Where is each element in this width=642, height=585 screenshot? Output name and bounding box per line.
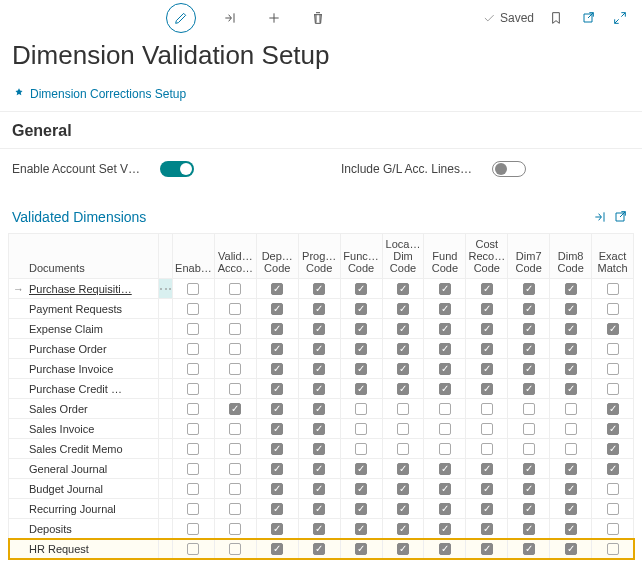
checkbox-cell[interactable] xyxy=(298,519,340,539)
checkbox-cell[interactable] xyxy=(173,359,215,379)
checkbox[interactable] xyxy=(397,343,409,355)
document-cell[interactable]: Budget Journal xyxy=(9,479,159,499)
checkbox[interactable] xyxy=(481,303,493,315)
edit-icon[interactable] xyxy=(166,3,196,33)
checkbox[interactable] xyxy=(313,403,325,415)
checkbox-cell[interactable] xyxy=(424,419,466,439)
checkbox-cell[interactable] xyxy=(592,379,634,399)
checkbox-cell[interactable] xyxy=(256,319,298,339)
checkbox-cell[interactable] xyxy=(298,299,340,319)
table-row[interactable]: Deposits xyxy=(9,519,634,539)
checkbox-cell[interactable] xyxy=(550,339,592,359)
checkbox-cell[interactable] xyxy=(382,459,424,479)
checkbox[interactable] xyxy=(355,503,367,515)
document-cell[interactable]: General Journal xyxy=(9,459,159,479)
checkbox[interactable] xyxy=(313,303,325,315)
checkbox-cell[interactable] xyxy=(592,399,634,419)
enable-account-toggle[interactable] xyxy=(160,161,194,177)
checkbox[interactable] xyxy=(187,443,199,455)
table-row[interactable]: HR Request xyxy=(9,539,634,559)
checkbox-cell[interactable] xyxy=(508,319,550,339)
checkbox-cell[interactable] xyxy=(508,399,550,419)
checkbox[interactable] xyxy=(229,383,241,395)
checkbox-cell[interactable] xyxy=(424,299,466,319)
checkbox-cell[interactable] xyxy=(592,479,634,499)
checkbox[interactable] xyxy=(397,463,409,475)
checkbox[interactable] xyxy=(523,283,535,295)
checkbox[interactable] xyxy=(439,283,451,295)
checkbox[interactable] xyxy=(523,323,535,335)
checkbox-cell[interactable] xyxy=(550,499,592,519)
checkbox-cell[interactable] xyxy=(592,319,634,339)
checkbox-cell[interactable] xyxy=(298,359,340,379)
row-menu[interactable] xyxy=(159,539,173,559)
checkbox-cell[interactable] xyxy=(424,439,466,459)
checkbox-cell[interactable] xyxy=(298,499,340,519)
checkbox[interactable] xyxy=(607,543,619,555)
checkbox[interactable] xyxy=(313,283,325,295)
checkbox-cell[interactable] xyxy=(592,519,634,539)
checkbox-cell[interactable] xyxy=(256,539,298,559)
checkbox[interactable] xyxy=(229,323,241,335)
checkbox-cell[interactable] xyxy=(592,499,634,519)
checkbox-cell[interactable] xyxy=(466,319,508,339)
checkbox[interactable] xyxy=(397,523,409,535)
checkbox-cell[interactable] xyxy=(550,319,592,339)
row-menu[interactable] xyxy=(159,459,173,479)
checkbox-cell[interactable] xyxy=(173,299,215,319)
checkbox[interactable] xyxy=(271,543,283,555)
checkbox[interactable] xyxy=(187,343,199,355)
checkbox[interactable] xyxy=(439,443,451,455)
checkbox-cell[interactable] xyxy=(173,459,215,479)
checkbox-cell[interactable] xyxy=(256,299,298,319)
document-cell[interactable]: Purchase Invoice xyxy=(9,359,159,379)
checkbox[interactable] xyxy=(271,363,283,375)
checkbox-cell[interactable] xyxy=(424,399,466,419)
checkbox[interactable] xyxy=(523,463,535,475)
checkbox[interactable] xyxy=(523,483,535,495)
checkbox-cell[interactable] xyxy=(592,299,634,319)
checkbox[interactable] xyxy=(439,463,451,475)
checkbox-cell[interactable] xyxy=(466,419,508,439)
checkbox[interactable] xyxy=(481,463,493,475)
checkbox-cell[interactable] xyxy=(466,379,508,399)
checkbox-cell[interactable] xyxy=(424,359,466,379)
checkbox[interactable] xyxy=(229,423,241,435)
checkbox-cell[interactable] xyxy=(550,419,592,439)
checkbox-cell[interactable] xyxy=(508,499,550,519)
checkbox-cell[interactable] xyxy=(424,499,466,519)
column-header[interactable]: Cost Reco… Code xyxy=(466,234,508,279)
checkbox[interactable] xyxy=(523,403,535,415)
checkbox-cell[interactable] xyxy=(214,359,256,379)
checkbox[interactable] xyxy=(439,363,451,375)
checkbox[interactable] xyxy=(313,523,325,535)
checkbox[interactable] xyxy=(439,483,451,495)
table-row[interactable]: Purchase Requisiti…⋮ xyxy=(9,279,634,299)
checkbox-cell[interactable] xyxy=(340,279,382,299)
checkbox-cell[interactable] xyxy=(214,439,256,459)
checkbox[interactable] xyxy=(439,403,451,415)
checkbox-cell[interactable] xyxy=(256,379,298,399)
checkbox[interactable] xyxy=(607,403,619,415)
checkbox[interactable] xyxy=(439,383,451,395)
checkbox[interactable] xyxy=(481,443,493,455)
checkbox[interactable] xyxy=(481,323,493,335)
checkbox-cell[interactable] xyxy=(382,299,424,319)
checkbox-cell[interactable] xyxy=(424,479,466,499)
document-cell[interactable]: Purchase Credit … xyxy=(9,379,159,399)
checkbox[interactable] xyxy=(481,503,493,515)
checkbox[interactable] xyxy=(271,303,283,315)
row-menu[interactable] xyxy=(159,339,173,359)
checkbox[interactable] xyxy=(565,483,577,495)
column-header[interactable]: Prog… Code xyxy=(298,234,340,279)
checkbox-cell[interactable] xyxy=(340,459,382,479)
checkbox[interactable] xyxy=(439,543,451,555)
checkbox[interactable] xyxy=(397,543,409,555)
checkbox[interactable] xyxy=(271,443,283,455)
checkbox[interactable] xyxy=(565,363,577,375)
checkbox[interactable] xyxy=(607,423,619,435)
checkbox[interactable] xyxy=(313,483,325,495)
checkbox[interactable] xyxy=(187,543,199,555)
checkbox-cell[interactable] xyxy=(214,379,256,399)
checkbox-cell[interactable] xyxy=(256,279,298,299)
